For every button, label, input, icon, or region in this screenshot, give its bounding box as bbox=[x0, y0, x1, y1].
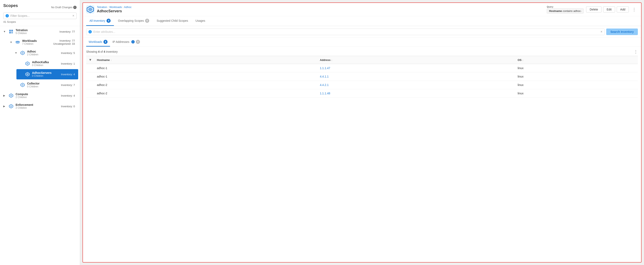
scope-group-tetration: ▼ Tetration 5 Children Inventory: 77 bbox=[0, 26, 80, 90]
tetration-info: Tetration 5 Children bbox=[16, 28, 58, 35]
svg-marker-17 bbox=[10, 95, 12, 97]
row3-hostname: adhoc-2 bbox=[94, 81, 317, 89]
search-bar: i Enter attributes... × Search Inventory bbox=[83, 26, 641, 38]
breadcrumb-workloads[interactable]: Workloads bbox=[110, 5, 122, 8]
enforcement-inventory: Inventory: 0 bbox=[61, 105, 75, 108]
compute-children: 2 Children bbox=[16, 96, 59, 99]
tetration-name: Tetration bbox=[16, 28, 58, 32]
showing-text: Showing 4 of 4 inventory ⋮ bbox=[86, 47, 638, 56]
draft-changes-label: No Draft Changes i bbox=[51, 6, 76, 9]
row3-os: linux bbox=[515, 81, 638, 89]
filter-clear-icon[interactable]: × bbox=[72, 14, 74, 18]
svg-rect-7 bbox=[16, 43, 19, 44]
tetration-icon bbox=[8, 29, 14, 34]
hostname-column-header[interactable]: Hostname ↑ bbox=[94, 56, 317, 64]
add-button[interactable]: Add bbox=[617, 6, 629, 12]
subtab-workloads[interactable]: Workloads 4 bbox=[86, 38, 110, 46]
sidebar-item-adhoc[interactable]: ▼ Adhoc 2 Children bbox=[12, 48, 78, 58]
detail-scope-name: AdhocServers bbox=[97, 9, 541, 13]
collector-info: Collector 0 Children bbox=[27, 82, 59, 88]
search-input-wrap[interactable]: i Enter attributes... × bbox=[86, 28, 604, 35]
tab-all-inventory[interactable]: All Inventory 4 bbox=[86, 16, 114, 26]
enforcement-name: Enforcement bbox=[16, 103, 59, 106]
svg-rect-1 bbox=[11, 30, 13, 31]
row4-filter-cell bbox=[86, 89, 94, 98]
adhoc-inventory: Inventory: 5 bbox=[61, 51, 75, 54]
table-row: adhoc-1 4.4.1.1 linux bbox=[86, 72, 638, 81]
detail-header: Tetration : Workloads : Adhoc AdhocServe… bbox=[83, 3, 641, 16]
tab-usages[interactable]: Usages bbox=[192, 16, 208, 26]
compute-icon bbox=[8, 93, 14, 98]
adhocservers-info: AdhocServers 0 Children bbox=[32, 71, 59, 77]
filter-column-header: ▼ bbox=[86, 56, 94, 64]
sidebar-item-compute[interactable]: ▶ Compute 2 Children Inventory: 4 bbox=[0, 90, 78, 101]
chevron-adhoc[interactable]: ▼ bbox=[15, 51, 18, 54]
overlapping-scopes-badge: 0 bbox=[145, 19, 149, 23]
collector-children: 0 Children bbox=[27, 85, 59, 88]
sidebar-title: Scopes bbox=[3, 3, 18, 8]
ip-addresses-badge: 0 bbox=[136, 40, 140, 44]
row2-address[interactable]: 4.4.1.1 bbox=[317, 72, 515, 81]
adhoc-children: 2 Children bbox=[27, 53, 59, 56]
sidebar: Scopes No Draft Changes i i Filter Scope… bbox=[0, 0, 80, 265]
adhoc-info: Adhoc 2 Children bbox=[27, 50, 59, 56]
row4-address[interactable]: 1.1.1.48 bbox=[317, 89, 515, 98]
adhockafka-icon bbox=[25, 61, 30, 66]
os-sort-icon: ↕ bbox=[522, 59, 524, 61]
workloads-name: Workloads bbox=[22, 39, 52, 42]
adhocservers-children: 0 Children bbox=[32, 74, 59, 77]
search-inventory-button[interactable]: Search Inventory bbox=[606, 28, 638, 35]
detail-panel: Tetration : Workloads : Adhoc AdhocServe… bbox=[82, 2, 642, 263]
svg-rect-3 bbox=[11, 32, 13, 33]
filter-icon[interactable]: ▼ bbox=[89, 58, 92, 61]
sidebar-item-tetration[interactable]: ▼ Tetration 5 Children Inventory: 77 bbox=[0, 26, 78, 37]
collector-name: Collector bbox=[27, 82, 59, 85]
adhocservers-inventory: Inventory: 4 bbox=[61, 73, 75, 76]
filter-bar[interactable]: i Filter Scopes... × bbox=[3, 12, 76, 19]
address-column-header[interactable]: Address ↕ bbox=[317, 56, 515, 64]
sidebar-item-enforcement[interactable]: ▶ Enforcement 2 Children Inventory: 0 bbox=[0, 101, 78, 111]
compute-inventory: Inventory: 4 bbox=[61, 94, 75, 97]
search-clear-icon[interactable]: × bbox=[600, 30, 602, 34]
table-more-options[interactable]: ⋮ bbox=[634, 49, 638, 54]
breadcrumb-tetration[interactable]: Tetration bbox=[97, 5, 107, 8]
tab-suggested-child-scopes[interactable]: Suggested Child Scopes bbox=[153, 16, 191, 26]
chevron-enforcement[interactable]: ▶ bbox=[3, 105, 6, 108]
adhockafka-inventory: Inventory: 1 bbox=[61, 62, 75, 65]
sidebar-item-collector[interactable]: ▶ Collector 0 Children bbox=[12, 80, 78, 90]
row2-filter-cell bbox=[86, 72, 94, 81]
chevron-workloads[interactable]: ▼ bbox=[10, 41, 13, 44]
table-area: Showing 4 of 4 inventory ⋮ ▼ Hostname ↑ … bbox=[83, 47, 641, 262]
delete-button[interactable]: Delete bbox=[586, 6, 601, 12]
subtabs-bar: Workloads 4 IP Addresses i 0 bbox=[83, 38, 641, 47]
tetration-children-group: ▼ Workloads 7 Children bbox=[5, 37, 80, 90]
detail-title-section: Tetration : Workloads : Adhoc AdhocServe… bbox=[97, 5, 541, 13]
query-value: Hostname contains adhoc- bbox=[547, 8, 584, 13]
ip-addresses-info-icon: i bbox=[131, 40, 135, 43]
sidebar-item-adhockafka[interactable]: ▶ AdhocKafka 0 bbox=[16, 58, 78, 69]
subtab-ip-addresses[interactable]: IP Addresses i 0 bbox=[110, 38, 142, 46]
os-column-header[interactable]: OS ↕ bbox=[515, 56, 638, 64]
row3-address[interactable]: 4.4.2.1 bbox=[317, 81, 515, 89]
more-options-button[interactable]: ⋮ bbox=[630, 6, 638, 13]
sidebar-item-adhocservers[interactable]: ▶ AdhocServers bbox=[16, 69, 78, 79]
svg-marker-11 bbox=[26, 62, 29, 65]
breadcrumb-adhoc[interactable]: Adhoc bbox=[124, 5, 132, 8]
svg-rect-5 bbox=[16, 42, 20, 43]
filter-info-icon: i bbox=[6, 14, 9, 17]
enforcement-icon bbox=[8, 103, 14, 109]
scope-group-adhoc: ▼ Adhoc 2 Children bbox=[10, 48, 80, 79]
edit-button[interactable]: Edit bbox=[603, 6, 615, 12]
workloads-icon bbox=[15, 39, 20, 45]
chevron-compute[interactable]: ▶ bbox=[3, 94, 6, 97]
sidebar-item-workloads[interactable]: ▼ Workloads 7 Children bbox=[6, 37, 78, 47]
main-tabs-bar: All Inventory 4 Overlapping Scopes 0 Sug… bbox=[83, 16, 641, 26]
collector-icon bbox=[20, 82, 26, 88]
row1-address[interactable]: 1.1.1.47 bbox=[317, 64, 515, 72]
table-body: adhoc-1 1.1.1.47 linux adhoc-1 4.4.1.1 l… bbox=[86, 64, 638, 98]
chevron-tetration[interactable]: ▼ bbox=[3, 30, 6, 33]
svg-rect-4 bbox=[16, 41, 20, 42]
sidebar-content: ▼ Tetration 5 Children Inventory: 77 bbox=[0, 26, 80, 265]
tab-overlapping-scopes[interactable]: Overlapping Scopes 0 bbox=[115, 16, 152, 26]
query-section: Query Hostname contains adhoc- bbox=[547, 5, 584, 13]
